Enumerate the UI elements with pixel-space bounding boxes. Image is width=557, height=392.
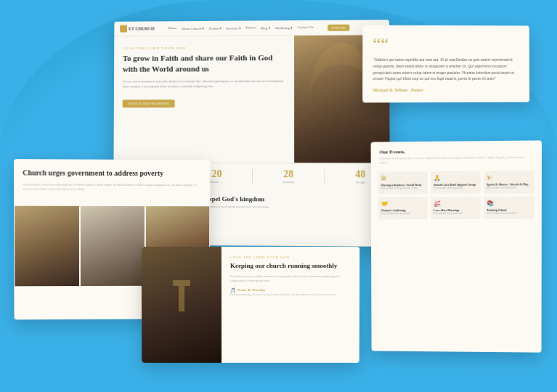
event-desc-5: Dolor sit amet Lorem ipsum dolor: [487, 213, 532, 216]
article-content: Church urges government to address pover…: [14, 159, 210, 200]
nav-links: Home About Church ▾ Events ▾ Services ▾ …: [168, 25, 314, 30]
cross-decoration: [173, 298, 190, 311]
logo-text: ET CHURCH: [129, 26, 154, 30]
stat-number-groups: 48: [355, 169, 365, 179]
nav-blog[interactable]: Blog ▾: [261, 25, 271, 30]
card-quote: ““ "Adipisci qui natus expedita aut eum …: [362, 25, 529, 103]
love-lord-label: LOVE THE LORD YOUR GOD: [123, 46, 285, 50]
join-button[interactable]: JOIN US THIS WEEKEND: [123, 100, 175, 108]
cross-vertical: [179, 286, 184, 311]
nav-events[interactable]: Events ▾: [209, 26, 222, 30]
event-desc-3: Dolor sit amet Lorem ipsum dolor: [381, 213, 425, 216]
service-title-0: 🎵 Praise & Worship: [230, 287, 351, 293]
quote-author: Michael D. Wilson - Pastor: [373, 88, 519, 92]
hero-section: LOVE THE LORD YOUR GOD To grow in Faith …: [113, 35, 389, 163]
event-item-0[interactable]: 🏛 Nursing a Business / Social Work Dolor…: [378, 171, 428, 194]
events-desc: Commodo lorem ipsum dolor sit amet, adip…: [379, 155, 532, 165]
nav-pastors[interactable]: Pastors: [245, 25, 256, 30]
events-grid: 🏛 Nursing a Business / Social Work Dolor…: [371, 166, 542, 224]
nav-about[interactable]: About Church ▾: [181, 26, 204, 30]
church-icon: [120, 25, 127, 33]
stat-label-groups: Groups: [355, 180, 365, 184]
service-name-0: Praise & Worship: [237, 288, 265, 292]
event-item-1[interactable]: 🙏 Suicide Loss Brief Support Group Dolor…: [431, 171, 481, 195]
donate-button[interactable]: DONATE: [328, 24, 349, 30]
hero-title: To grow in Faith and share our Faith in …: [123, 52, 285, 75]
event-icon-4: 💒: [434, 200, 478, 207]
scene-container: ET CHURCH Home About Church ▾ Events ▾ S…: [0, 0, 557, 392]
event-icon-0: 🏛: [381, 175, 425, 181]
event-desc-0: Dolor sit amet Lorem ipsum dolor sit ame…: [381, 187, 425, 190]
bottom-image: [142, 247, 221, 363]
article-image-1: [15, 206, 79, 287]
quote-mark: ““: [373, 36, 519, 53]
event-item-2[interactable]: ⛷ Sports & Fitness - Stretch & Play Dolo…: [484, 171, 534, 194]
hero-body: At vero eos et accusam et justo duo dolo…: [123, 79, 285, 89]
nav-home[interactable]: Home: [168, 26, 176, 30]
stat-divider-3: [325, 169, 325, 184]
event-desc-2: Dolor sit amet Lorem ipsum dolor: [487, 187, 532, 190]
article-body: Dolor sit amtet, consetetur sadipscing e…: [23, 182, 201, 192]
card-bottom: LOVE THE LORD YOUR GOD Keeping our churc…: [142, 247, 360, 363]
quote-text: "Adipisci qui natus expedita aut eum aut…: [373, 57, 519, 82]
stat-sermons: 28 Sermons: [282, 169, 294, 184]
event-desc-4: Dolor sit amet Lorem ipsum dolor: [434, 213, 478, 216]
event-icon-2: ⛷: [487, 174, 532, 181]
stat-number-sermons: 28: [282, 169, 294, 179]
nav-wellbeing[interactable]: Wellbeing ▾: [275, 25, 293, 30]
cross-horizontal: [173, 280, 190, 286]
bottom-text-area: LOVE THE LORD YOUR GOD Keeping our churc…: [221, 247, 359, 363]
nav-services[interactable]: Services ▾: [226, 26, 241, 30]
service-item-0: 🎵 Praise & Worship Eincidunt adipiscing …: [230, 287, 351, 297]
event-desc-1: Dolor sit amet Lorem ipsum dolor: [434, 187, 478, 190]
service-icon-0: 🎵: [230, 287, 235, 293]
article-title: Church urges government to address pover…: [23, 168, 201, 179]
event-item-4[interactable]: 💒 Love After Marriage Dolor sit amet Lor…: [431, 197, 481, 219]
article-image-2: [81, 206, 145, 286]
event-item-3[interactable]: 🤝 Women's Gathering Dolor sit amet Lorem…: [378, 197, 428, 219]
logo: ET CHURCH: [120, 25, 154, 32]
stat-divider-2: [252, 169, 253, 184]
nav-contact[interactable]: Contact Us: [297, 25, 313, 30]
events-title: Our Events.: [379, 148, 532, 155]
bottom-title: Keeping our church running smoothly: [230, 261, 351, 271]
card-events: Our Events. Commodo lorem ipsum dolor si…: [371, 140, 542, 352]
stat-label-sermons: Sermons: [282, 180, 294, 184]
stat-groups: 48 Groups: [355, 169, 365, 184]
hero-text-area: LOVE THE LORD YOUR GOD To grow in Faith …: [113, 36, 294, 163]
event-item-5[interactable]: 📚 Training School Dolor sit amet Lorem i…: [484, 197, 534, 220]
event-icon-1: 🙏: [434, 175, 478, 181]
service-desc-0: Eincidunt adipiscing elit sed do eiusmod…: [230, 293, 351, 297]
bottom-body: Elit ultrices posuere cubilia accumsan. …: [230, 274, 351, 283]
event-icon-3: 🤝: [381, 200, 425, 207]
love-lord-label-2: LOVE THE LORD YOUR GOD: [230, 256, 351, 259]
events-header: Our Events. Commodo lorem ipsum dolor si…: [371, 140, 542, 167]
navbar: ET CHURCH Home About Church ▾ Events ▾ S…: [114, 20, 389, 36]
event-icon-5: 📚: [487, 200, 532, 207]
